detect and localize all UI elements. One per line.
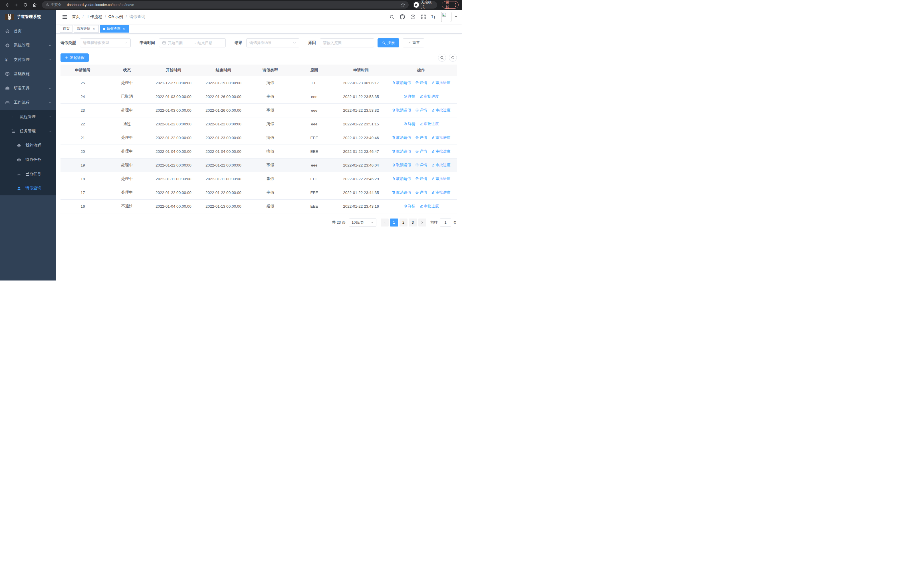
approval-progress-link[interactable]: 审批进度	[431, 149, 451, 154]
leave-type-select[interactable]: 请选择请假类型	[80, 38, 131, 47]
table-row[interactable]: 19 处理中 2022-01-22 00:00:00 2022-01-22 00…	[60, 158, 457, 172]
action-label: 详情	[408, 122, 416, 126]
star-icon[interactable]	[400, 3, 405, 7]
cancel-leave-link[interactable]: 取消请假	[392, 176, 411, 181]
site-security[interactable]: 不安全	[45, 3, 62, 8]
detail-link[interactable]: 详情	[415, 80, 427, 86]
approval-progress-link[interactable]: 审批进度	[420, 122, 439, 126]
forward-icon[interactable]	[12, 1, 20, 9]
detail-link[interactable]: 详情	[415, 108, 427, 113]
action-label: 详情	[408, 94, 416, 99]
sidebar-item-system[interactable]: 系统管理	[0, 38, 56, 53]
table-row[interactable]: 24 已取消 2022-01-03 00:00:00 2022-01-26 00…	[60, 90, 457, 104]
sidebar-item-todo-tasks[interactable]: 待办任务	[0, 152, 56, 167]
url-bar[interactable]: 不安全 dashboard.yudao.iocoder.cn/bpm/oa/le…	[42, 1, 409, 9]
approval-progress-link[interactable]: 审批进度	[420, 204, 439, 209]
end-date-input[interactable]	[198, 41, 223, 45]
table-row[interactable]: 17 处理中 2022-01-22 00:00:00 2022-01-22 00…	[60, 186, 457, 199]
incognito-label: 无痕模式	[421, 0, 434, 10]
page-button-1[interactable]: 1	[390, 218, 398, 227]
table-row[interactable]: 16 不通过 2022-01-04 00:00:00 2022-01-13 00…	[60, 199, 457, 213]
approval-progress-link[interactable]: 审批进度	[420, 94, 439, 99]
app-logo[interactable]: 芋道管理系统	[0, 10, 56, 24]
sidebar-item-payment[interactable]: ¥ 支付管理	[0, 53, 56, 67]
detail-link[interactable]: 详情	[404, 94, 416, 99]
detail-link[interactable]: 详情	[415, 149, 427, 154]
tab-leave-query[interactable]: 请假查询×	[100, 25, 129, 33]
kebab-menu-icon[interactable]	[455, 3, 456, 7]
reason-input[interactable]	[323, 41, 371, 45]
detail-link[interactable]: 详情	[415, 190, 427, 195]
apply-time-range-picker[interactable]: -	[159, 38, 226, 47]
sidebar-item-task-mgmt[interactable]: 任务管理	[0, 124, 56, 138]
close-icon[interactable]: ×	[92, 27, 96, 31]
goto-page-input[interactable]	[440, 218, 451, 227]
back-icon[interactable]	[3, 1, 11, 9]
sidebar-item-my-process[interactable]: 我的流程	[0, 138, 56, 152]
view-icon	[415, 108, 419, 112]
sidebar-item-home[interactable]: 首页	[0, 24, 56, 38]
browser-update-button[interactable]: 更新	[442, 1, 459, 9]
approval-progress-link[interactable]: 审批进度	[431, 176, 451, 181]
approval-progress-link[interactable]: 审批进度	[431, 162, 451, 168]
home-icon[interactable]	[31, 1, 38, 9]
breadcrumb-oa[interactable]: OA 示例	[108, 14, 123, 20]
table-row[interactable]: 22 通过 2022-01-22 00:00:00 2022-01-22 00:…	[60, 117, 457, 131]
detail-link[interactable]: 详情	[404, 204, 416, 209]
table-row[interactable]: 23 处理中 2022-01-03 00:00:00 2022-01-26 00…	[60, 104, 457, 117]
detail-link[interactable]: 详情	[415, 162, 427, 168]
approval-progress-link[interactable]: 审批进度	[431, 108, 451, 113]
sidebar-item-workflow[interactable]: 工作流程	[0, 95, 56, 110]
approval-progress-link[interactable]: 审批进度	[431, 80, 451, 86]
sidebar-item-infra[interactable]: 基础设施	[0, 67, 56, 81]
caret-down-icon[interactable]	[454, 15, 458, 18]
table-row[interactable]: 18 处理中 2022-01-11 00:00:00 2022-01-11 00…	[60, 172, 457, 186]
tab-home[interactable]: 首页	[60, 25, 72, 33]
help-icon[interactable]	[410, 14, 416, 20]
action-label: 详情	[408, 204, 416, 209]
cancel-leave-link[interactable]: 取消请假	[392, 162, 411, 168]
table-row[interactable]: 20 处理中 2022-01-04 00:00:00 2022-01-04 00…	[60, 144, 457, 158]
start-date-input[interactable]	[168, 41, 193, 45]
create-leave-button[interactable]: 发起请假	[60, 53, 89, 62]
table-row[interactable]: 21 处理中 2022-01-22 00:00:00 2022-01-23 00…	[60, 131, 457, 144]
prev-page-button[interactable]	[381, 218, 388, 227]
refresh-table-icon[interactable]	[449, 54, 457, 62]
reload-icon[interactable]	[22, 1, 29, 9]
cancel-leave-link[interactable]: 取消请假	[392, 149, 411, 154]
breadcrumb-home[interactable]: 首页	[72, 14, 80, 20]
approval-progress-link[interactable]: 审批进度	[431, 190, 451, 195]
cell-status: 处理中	[105, 144, 149, 158]
sidebar-item-process-mgmt[interactable]: 流程管理	[0, 110, 56, 124]
page-button-3[interactable]: 3	[409, 218, 417, 227]
detail-link[interactable]: 详情	[415, 135, 427, 140]
avatar[interactable]	[441, 12, 452, 22]
close-icon[interactable]: ×	[122, 27, 126, 31]
sidebar-item-done-tasks[interactable]: 已办任务	[0, 167, 56, 181]
page-button-2[interactable]: 2	[399, 218, 408, 227]
next-page-button[interactable]	[418, 218, 426, 227]
font-size-icon[interactable]: TT	[432, 15, 436, 19]
approval-progress-link[interactable]: 审批进度	[431, 135, 451, 140]
page-size-select[interactable]: 10条/页	[349, 218, 376, 227]
result-label: 结果	[235, 40, 242, 45]
table-row[interactable]: 25 处理中 2021-12-27 00:00:00 2022-01-19 00…	[60, 76, 457, 90]
collapse-sidebar-icon[interactable]	[60, 12, 70, 22]
toggle-search-icon[interactable]	[438, 54, 446, 62]
cancel-leave-link[interactable]: 取消请假	[392, 108, 411, 113]
github-icon[interactable]	[400, 14, 405, 20]
sidebar-item-leave-query[interactable]: 请假查询	[0, 181, 56, 196]
detail-link[interactable]: 详情	[415, 176, 427, 181]
sidebar-item-devtools[interactable]: 研发工具	[0, 81, 56, 95]
breadcrumb-workflow[interactable]: 工作流程	[86, 14, 102, 20]
reset-button[interactable]: 重置	[403, 38, 424, 47]
cancel-leave-link[interactable]: 取消请假	[392, 80, 411, 86]
tab-process-detail[interactable]: 流程详情×	[74, 25, 99, 33]
cancel-leave-link[interactable]: 取消请假	[392, 190, 411, 195]
search-icon[interactable]	[390, 15, 394, 20]
cancel-leave-link[interactable]: 取消请假	[392, 135, 411, 140]
detail-link[interactable]: 详情	[404, 122, 416, 126]
search-button[interactable]: 搜索	[378, 38, 399, 47]
result-select[interactable]: 请选择流结果	[246, 38, 299, 47]
fullscreen-icon[interactable]	[421, 14, 426, 20]
